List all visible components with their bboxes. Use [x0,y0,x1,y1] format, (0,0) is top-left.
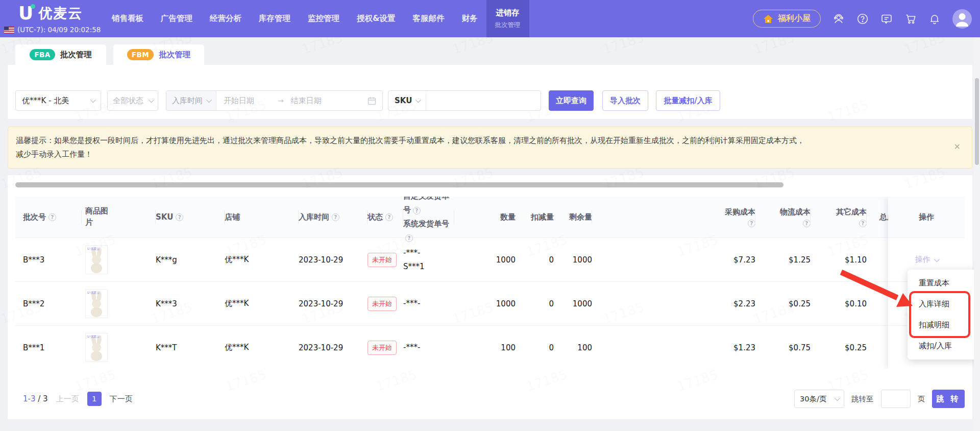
vertical-scrollbar-thumb[interactable] [975,78,979,165]
menu-item-deduct-inbound[interactable]: 减扣/入库 [908,336,976,356]
bell-icon[interactable] [928,13,941,25]
app-logo[interactable]: U 优麦云 [18,4,83,22]
store-select-value: 优***K - 北美 [22,96,69,106]
nav-item-analytics[interactable]: 经营分析 [201,0,250,37]
next-page-button[interactable]: 下一页 [110,394,133,404]
vertical-scrollbar-track [974,37,980,431]
col-remain: 剩余量 [554,197,592,237]
qty-cell: 1000 [454,299,516,308]
chevron-down-icon [90,97,96,103]
status-select[interactable]: 全部状态 [107,90,158,111]
product-image[interactable]: U 优麦云 [85,289,108,318]
help-icon[interactable] [176,213,183,221]
menu-item-deduct-detail[interactable]: 扣减明细 [908,315,976,336]
help-icon[interactable] [48,213,56,221]
batch-table-panel: 批次号 商品图片 SKU 店铺 入库时间 状态 自定义发货单号 系统发货单号 数… [8,175,972,419]
remain-cell: 1000 [554,299,592,308]
welfare-house-button[interactable]: 福利小屋 [753,10,821,28]
nav-item-service-mail[interactable]: 客服邮件 [404,0,453,37]
page-range: 1-3 [23,394,36,403]
user-avatar-icon[interactable] [952,9,972,29]
system-ship-no: S***1 [403,260,425,274]
close-icon[interactable]: × [954,142,961,151]
batch-table: 批次号 商品图片 SKU 店铺 入库时间 状态 自定义发货单号 系统发货单号 数… [15,197,965,369]
help-icon[interactable] [748,220,755,227]
message-icon[interactable] [880,13,893,25]
time-type-select[interactable]: 入库时间 [166,91,216,110]
status-badge: 未开始 [368,341,397,355]
remain-cell: 1000 [554,255,592,265]
filter-panel: 优***K - 北美 全部状态 入库时间 → SKU 立即查询 导入批次 [8,65,972,119]
chevron-down-icon [415,97,421,103]
import-batch-button[interactable]: 导入批次 [602,90,648,111]
tab-label: 批次管理 [159,50,190,60]
help-icon[interactable] [803,220,811,227]
fba-badge: FBA [30,49,55,60]
nav-item-auth-settings[interactable]: 授权&设置 [348,0,404,37]
menu-item-inbound-detail[interactable]: 入库详细 [908,294,976,315]
custom-ship-no: -***- [403,246,425,260]
query-now-button[interactable]: 立即查询 [549,90,594,111]
horizontal-scrollbar[interactable] [15,182,783,187]
logo-text: 优麦云 [38,4,83,22]
tab-fbm-batch-management[interactable]: FBM 批次管理 [113,44,204,65]
chevron-down-icon [206,97,212,103]
house-icon [763,14,773,23]
sku-type-value: SKU [395,96,412,105]
sku-type-select[interactable]: SKU [388,91,426,110]
help-icon[interactable] [332,213,339,221]
col-product-image: 商品图片 [82,197,156,237]
top-navbar: U 优麦云 (UTC-7): 04/09 20:02:58 销售看板 广告管理 … [0,0,980,37]
nav-item-monitoring[interactable]: 监控管理 [299,0,348,37]
product-image[interactable]: U 优麦云 [85,245,108,274]
col-sku: SKU [156,197,225,237]
cart-icon[interactable] [904,13,917,25]
help-icon[interactable] [385,213,393,221]
help-icon[interactable] [413,207,421,214]
logistics-cost-cell: $1.25 [755,255,811,265]
other-cost-cell: $0.25 [811,343,867,352]
menu-item-reset-cost[interactable]: 重置成本 [908,273,976,294]
store-cell: 优***K [225,255,299,265]
product-image[interactable]: U 优麦云 [85,333,108,362]
jump-button[interactable]: 跳 转 [932,390,965,408]
jump-page-input[interactable] [881,390,911,408]
nav-item-purchase-sale-stock[interactable]: 进销存 批次管理 [486,0,529,37]
start-date-input[interactable] [216,96,278,105]
inbound-time-cell: 2023-10-29 [299,255,368,265]
nav-item-ads[interactable]: 广告管理 [152,0,201,37]
col-qty: 数量 [454,197,516,237]
page: U 优麦云 (UTC-7): 04/09 20:02:58 销售看板 广告管理 … [0,0,980,431]
notice-line2: 减少手动录入工作量！ [16,148,943,161]
status-badge: 未开始 [368,297,397,311]
remain-cell: 100 [554,343,592,352]
inbound-time-cell: 2023-10-29 [299,343,368,352]
customer-service-icon[interactable] [832,13,845,25]
nav-item-finance[interactable]: 财务 [453,0,486,37]
page-number-1[interactable]: 1 [87,392,102,406]
sku-search-input[interactable] [426,96,541,105]
col-ship-numbers: 自定义发货单号 系统发货单号 [403,197,454,237]
nav-item-inventory[interactable]: 库存管理 [250,0,299,37]
help-icon[interactable] [859,220,867,227]
custom-ship-no: -***- [403,341,420,354]
tab-fba-batch-management[interactable]: FBA 批次管理 [15,44,106,65]
status-select-value: 全部状态 [113,96,143,106]
help-icon[interactable] [405,234,413,242]
bulk-deduct-inbound-button[interactable]: 批量减扣/入库 [656,90,720,111]
purchase-cost-cell: $7.23 [592,255,755,265]
nav-item-sales-dashboard[interactable]: 销售看板 [103,0,152,37]
product-watermark: U 优麦云 [87,291,100,295]
col-other-cost: 其它成本 [811,197,867,237]
sku-cell: K***T [156,343,225,352]
fbm-badge: FBM [127,49,154,60]
end-date-input[interactable] [284,96,345,105]
action-dropdown-menu: 重置成本 入库详细 扣减明细 减扣/入库 [908,270,976,360]
help-icon[interactable] [856,13,869,25]
mode-tabs: FBA 批次管理 FBM 批次管理 [15,44,204,65]
custom-ship-no: -***- [403,297,420,310]
page-size-select[interactable]: 30条/页 [794,390,844,408]
store-select[interactable]: 优***K - 北美 [15,90,101,111]
page-total: / 3 [38,394,47,403]
prev-page-button[interactable]: 上一页 [56,394,79,404]
